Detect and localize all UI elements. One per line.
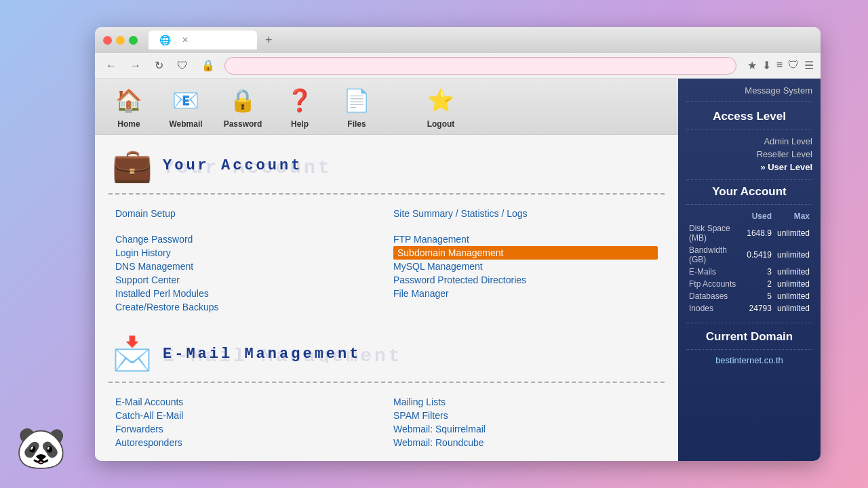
menu-icon[interactable]: ☰ <box>804 59 814 72</box>
link-forwarders[interactable]: Forwarders <box>115 422 380 436</box>
link-create-restore[interactable]: Create/Restore Backups <box>115 300 380 314</box>
email-col1: E-Mail Accounts Catch-All E-Mail Forward… <box>115 395 380 449</box>
account-row-label: Disk Space (MB) <box>686 222 744 244</box>
help-icon: ❓ <box>283 84 316 117</box>
account-row-max: unlimited <box>774 266 812 278</box>
link-catch-all[interactable]: Catch-All E-Mail <box>115 409 380 422</box>
link-webmail-squirrel[interactable]: Webmail: Squirrelmail <box>393 422 658 436</box>
content-area: 💼 Your Account Your Account Domain Setup… <box>95 135 678 461</box>
link-file-manager[interactable]: File Manager <box>393 287 658 300</box>
account-divider <box>686 179 812 180</box>
col-label-header <box>686 210 744 222</box>
link-ftp-management[interactable]: FTP Management <box>393 232 658 246</box>
account-row-max: unlimited <box>774 302 812 314</box>
current-domain-section: Current Domain bestinternet.co.th <box>686 330 812 365</box>
address-bar[interactable] <box>224 57 736 75</box>
tab-close-button[interactable]: ✕ <box>182 35 189 45</box>
toolbar-icons: ★ ⬇ ≡ 🛡 ☰ <box>747 59 814 72</box>
link-spam-filters[interactable]: SPAM Filters <box>393 409 658 422</box>
link-autoresponders[interactable]: Autoresponders <box>115 436 380 449</box>
account-stats-table: Used Max Disk Space (MB) 1648.9 unlimite… <box>686 210 812 314</box>
nav-files[interactable]: 📄 Files <box>336 84 377 129</box>
logout-label: Logout <box>427 119 455 129</box>
link-mailing-lists[interactable]: Mailing Lists <box>393 395 658 409</box>
password-label: Password <box>224 119 262 129</box>
link-webmail-roundcube[interactable]: Webmail: Roundcube <box>393 436 658 449</box>
right-sidebar: Message System Access Level Admin Level … <box>678 79 821 461</box>
browser-tab[interactable]: 🌐 ✕ <box>149 30 257 49</box>
password-icon: 🔒 <box>226 84 259 117</box>
account-row-max: unlimited <box>774 278 812 290</box>
extensions-icon[interactable]: ≡ <box>776 59 783 72</box>
account-row-label: Inodes <box>686 302 744 314</box>
domain-divider <box>686 323 812 323</box>
account-row-label: Databases <box>686 290 744 302</box>
access-level-links: Admin Level Reseller Level User Level <box>686 135 812 174</box>
access-level-divider <box>686 129 812 129</box>
message-system[interactable]: Message System <box>686 85 812 102</box>
access-user-link[interactable]: User Level <box>686 161 812 174</box>
link-site-summary[interactable]: Site Summary / Statistics / Logs <box>393 207 658 220</box>
col-used-header: Used <box>744 210 774 222</box>
nav-home[interactable]: 🏠 Home <box>108 84 149 129</box>
main-area: 🏠 Home 📧 Webmail 🔒 Password ❓ Help 📄 <box>95 79 678 461</box>
nav-password[interactable]: 🔒 Password <box>222 84 263 129</box>
forward-button[interactable]: → <box>126 57 145 75</box>
maximize-button[interactable] <box>129 36 138 45</box>
account-table-row: Databases 5 unlimited <box>686 290 812 302</box>
account-row-used: 2 <box>744 278 774 290</box>
link-change-password[interactable]: Change Password <box>115 232 380 246</box>
nav-webmail[interactable]: 📧 Webmail <box>165 84 206 129</box>
new-tab-button[interactable]: + <box>265 33 273 47</box>
account-row-used: 0.5419 <box>744 244 774 266</box>
account-table-row: Inodes 24793 unlimited <box>686 302 812 314</box>
sidebar-your-account-title: Your Account <box>686 185 812 199</box>
account-table-row: E-Mails 3 unlimited <box>686 266 812 278</box>
account-row-label: Bandwidth (GB) <box>686 244 744 266</box>
link-dns-management[interactable]: DNS Management <box>115 260 380 273</box>
nav-logout[interactable]: ⭐ Logout <box>420 84 461 129</box>
shield-button[interactable]: 🛡 <box>173 57 192 75</box>
col-max-header: Max <box>774 210 812 222</box>
account-table-divider <box>686 204 812 205</box>
webmail-label: Webmail <box>169 119 202 129</box>
link-support-center[interactable]: Support Center <box>115 273 380 287</box>
link-subdomain-management[interactable]: Subdomain Management <box>393 246 658 260</box>
email-links: E-Mail Accounts Catch-All E-Mail Forward… <box>108 391 665 459</box>
close-button[interactable] <box>103 36 112 45</box>
link-mysql-management[interactable]: MySQL Management <box>393 260 658 273</box>
email-section-title: E-Mail Management <box>163 346 361 363</box>
traffic-lights <box>103 36 138 45</box>
minimize-button[interactable] <box>116 36 125 45</box>
webmail-icon: 📧 <box>170 84 202 117</box>
bookmark-icon[interactable]: ★ <box>747 59 757 72</box>
link-domain-setup[interactable]: Domain Setup <box>115 207 380 220</box>
account-row-used: 3 <box>744 266 774 278</box>
files-icon: 📄 <box>340 84 373 117</box>
panda-mascot: 🐼 <box>14 420 68 474</box>
account-row-max: unlimited <box>774 244 812 266</box>
link-login-history[interactable]: Login History <box>115 246 380 260</box>
account-table-row: Bandwidth (GB) 0.5419 unlimited <box>686 244 812 266</box>
lock-button[interactable]: 🔒 <box>197 56 219 75</box>
access-admin-link[interactable]: Admin Level <box>686 135 812 148</box>
access-level-title: Access Level <box>686 110 812 123</box>
top-nav: 🏠 Home 📧 Webmail 🔒 Password ❓ Help 📄 <box>95 79 678 135</box>
link-installed-perl[interactable]: Installed Perl Modules <box>115 287 380 300</box>
account-row-used: 1648.9 <box>744 222 774 244</box>
access-reseller-link[interactable]: Reseller Level <box>686 148 812 161</box>
download-icon[interactable]: ⬇ <box>762 59 771 72</box>
link-password-protected[interactable]: Password Protected Directories <box>393 273 658 287</box>
account-row-max: unlimited <box>774 290 812 302</box>
account-row-label: Ftp Accounts <box>686 278 744 290</box>
your-account-links: Domain Setup Change Password Login Histo… <box>108 203 665 323</box>
email-icon: 📩 <box>108 330 156 378</box>
browser-content: 🏠 Home 📧 Webmail 🔒 Password ❓ Help 📄 <box>95 79 821 461</box>
account-row-label: E-Mails <box>686 266 744 278</box>
refresh-button[interactable]: ↻ <box>151 56 167 75</box>
link-email-accounts[interactable]: E-Mail Accounts <box>115 395 380 409</box>
nav-help[interactable]: ❓ Help <box>279 84 320 129</box>
back-button[interactable]: ← <box>102 57 121 75</box>
account-row-max: unlimited <box>774 222 812 244</box>
shield-toolbar-icon[interactable]: 🛡 <box>788 59 799 72</box>
